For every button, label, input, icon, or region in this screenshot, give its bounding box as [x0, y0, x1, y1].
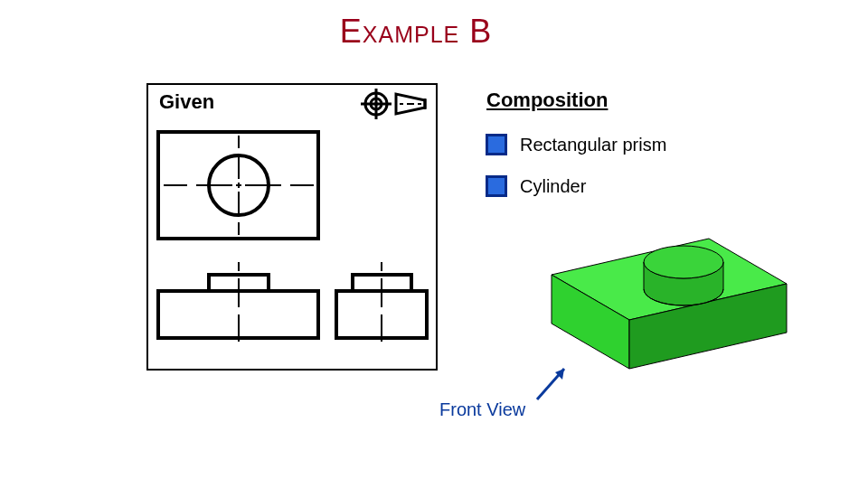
ortho-front-view	[156, 262, 322, 342]
square-bullet-icon	[486, 134, 507, 155]
given-label: Given	[159, 90, 214, 114]
svg-point-35	[644, 246, 723, 278]
front-view-label: Front View	[439, 399, 525, 420]
legend-cyl-label: Cylinder	[520, 176, 586, 197]
page-title: Example B	[0, 0, 868, 51]
composition-label: Composition	[486, 89, 608, 112]
legend-cyl: Cylinder	[486, 175, 586, 197]
legend-rect-label: Rectangular prism	[520, 135, 666, 155]
front-view-arrow-icon	[532, 360, 577, 405]
square-bullet-icon	[486, 175, 507, 197]
ortho-side-view	[335, 262, 429, 342]
legend-rect: Rectangular prism	[486, 134, 666, 155]
ortho-top-view	[156, 130, 322, 242]
